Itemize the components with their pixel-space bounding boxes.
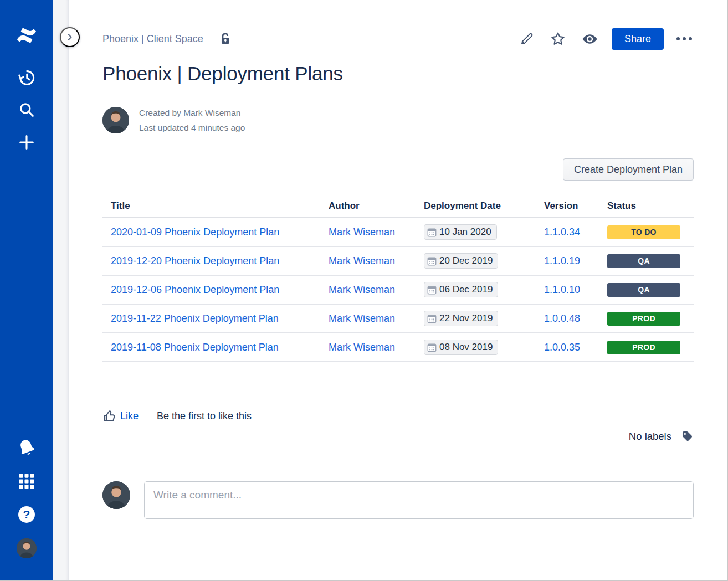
version-link[interactable]: 1.0.0.35 <box>544 342 580 353</box>
date-text: 22 Nov 2019 <box>439 313 493 324</box>
version-link[interactable]: 1.1.0.34 <box>544 227 580 238</box>
avatar <box>17 538 37 558</box>
unrestricted-lock-icon[interactable] <box>218 32 233 47</box>
table-header-row: Title Author Deployment Date Version Sta… <box>102 194 694 218</box>
author-link[interactable]: Mark Wiseman <box>329 255 395 266</box>
like-label: Like <box>120 410 139 422</box>
confluence-page: ? Phoenix | Client Space <box>0 0 728 581</box>
column-header-status: Status <box>607 200 694 212</box>
more-ellipsis-icon[interactable] <box>675 32 694 45</box>
column-header-deployment-date: Deployment Date <box>424 200 544 212</box>
breadcrumb-space-link[interactable]: Phoenix | Client Space <box>102 33 203 45</box>
plan-title-link[interactable]: 2019-11-22 Phoenix Deployment Plan <box>111 313 279 324</box>
status-badge: QA <box>607 283 680 297</box>
column-header-title: Title <box>102 200 329 212</box>
byline-text: Created by Mark Wiseman Last updated 4 m… <box>139 105 245 135</box>
status-badge: TO DO <box>607 225 680 239</box>
app-switcher-grid-icon[interactable] <box>0 472 53 491</box>
comment-section <box>102 481 694 519</box>
author-link[interactable]: Mark Wiseman <box>329 342 395 353</box>
plan-title-link[interactable]: 2019-11-08 Phoenix Deployment Plan <box>111 342 279 353</box>
commenter-avatar <box>102 481 130 509</box>
main-content: Phoenix | Client Space <box>69 0 727 580</box>
expand-sidebar-button[interactable] <box>60 27 80 47</box>
edit-pencil-icon[interactable] <box>519 31 535 47</box>
table-row: 2019-11-08 Phoenix Deployment Plan Mark … <box>102 333 694 362</box>
date-lozenge[interactable]: 08 Nov 2019 <box>424 340 498 355</box>
column-header-version: Version <box>544 200 607 212</box>
date-lozenge[interactable]: 10 Jan 2020 <box>424 224 497 240</box>
create-plus-icon[interactable] <box>0 133 53 152</box>
calendar-icon <box>427 314 437 323</box>
calendar-icon <box>427 256 437 266</box>
table-row: 2020-01-09 Phoenix Deployment Plan Mark … <box>102 218 694 247</box>
table-row: 2019-12-06 Phoenix Deployment Plan Mark … <box>102 276 694 305</box>
no-labels-text: No labels <box>629 430 671 443</box>
byline: Created by Mark Wiseman Last updated 4 m… <box>102 105 694 135</box>
chevron-right-icon <box>64 32 75 43</box>
recent-history-icon[interactable] <box>0 68 53 88</box>
column-header-author: Author <box>329 200 424 212</box>
page-header: Phoenix | Client Space <box>102 27 694 51</box>
collapsed-page-tree <box>53 0 69 580</box>
date-text: 08 Nov 2019 <box>439 342 493 353</box>
calendar-icon <box>427 228 437 237</box>
app-sidebar: ? <box>0 0 53 580</box>
labels-section: No labels <box>102 430 694 443</box>
plan-title-link[interactable]: 2019-12-20 Phoenix Deployment Plan <box>111 255 279 266</box>
date-lozenge[interactable]: 22 Nov 2019 <box>424 311 498 326</box>
plan-title-link[interactable]: 2019-12-06 Phoenix Deployment Plan <box>111 284 279 295</box>
status-badge: PROD <box>607 341 680 354</box>
date-lozenge[interactable]: 20 Dec 2019 <box>424 253 498 269</box>
table-row: 2019-11-22 Phoenix Deployment Plan Mark … <box>102 305 694 333</box>
calendar-icon <box>427 285 437 295</box>
like-section: Like Be the first to like this <box>102 409 694 423</box>
date-text: 10 Jan 2020 <box>439 227 491 238</box>
author-avatar[interactable] <box>102 107 129 133</box>
plan-title-link[interactable]: 2020-01-09 Phoenix Deployment Plan <box>111 227 279 238</box>
table-row: 2019-12-20 Phoenix Deployment Plan Mark … <box>102 247 694 276</box>
favorite-star-icon[interactable] <box>550 30 566 47</box>
table-body: 2020-01-09 Phoenix Deployment Plan Mark … <box>102 218 694 362</box>
page-title: Phoenix | Deployment Plans <box>102 63 694 85</box>
version-link[interactable]: 1.1.0.19 <box>544 255 580 266</box>
date-text: 20 Dec 2019 <box>439 255 493 266</box>
date-lozenge[interactable]: 06 Dec 2019 <box>424 282 498 297</box>
date-text: 06 Dec 2019 <box>439 284 493 295</box>
version-link[interactable]: 1.1.0.10 <box>544 284 580 295</box>
thumbs-up-icon <box>102 409 117 423</box>
help-icon[interactable]: ? <box>0 505 53 525</box>
watch-eye-icon[interactable] <box>581 30 598 48</box>
version-link[interactable]: 1.0.0.48 <box>544 313 580 324</box>
like-message: Be the first to like this <box>157 410 252 422</box>
deployment-plans-table: Title Author Deployment Date Version Sta… <box>102 194 694 362</box>
confluence-logo-icon[interactable] <box>0 23 53 48</box>
author-link[interactable]: Mark Wiseman <box>329 227 395 238</box>
label-tag-icon[interactable] <box>681 430 694 443</box>
notifications-bell-icon[interactable] <box>0 438 53 457</box>
last-updated[interactable]: Last updated 4 minutes ago <box>139 120 245 135</box>
author-link[interactable]: Mark Wiseman <box>329 313 395 324</box>
sidebar-user-avatar[interactable] <box>0 538 53 558</box>
create-row: Create Deployment Plan <box>102 158 694 181</box>
created-by: Created by Mark Wiseman <box>139 105 245 120</box>
share-button[interactable]: Share <box>612 28 664 50</box>
create-deployment-plan-button[interactable]: Create Deployment Plan <box>563 158 694 181</box>
author-link[interactable]: Mark Wiseman <box>329 284 395 295</box>
status-badge: PROD <box>607 312 680 326</box>
like-button[interactable]: Like <box>102 409 139 423</box>
svg-text:?: ? <box>23 508 30 521</box>
comment-input[interactable] <box>144 481 694 519</box>
status-badge: QA <box>607 254 680 268</box>
calendar-icon <box>427 343 437 352</box>
search-icon[interactable] <box>0 100 53 119</box>
